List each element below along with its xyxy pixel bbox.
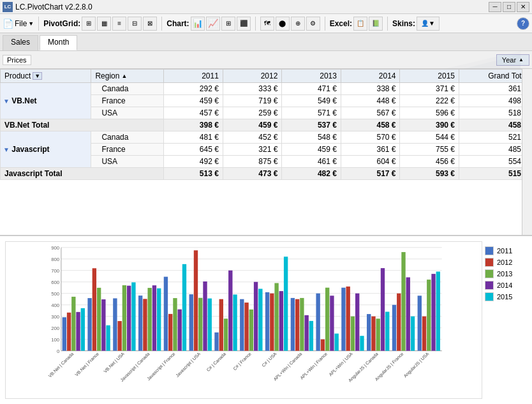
rows-btn[interactable]: ≡ bbox=[112, 17, 126, 31]
table-btn[interactable]: ⊞ bbox=[82, 17, 96, 31]
toolbar: 📄 File ▼ PivotGrid: ⊞ ▦ ≡ ⊟ ⊠ Chart: 📊 📈… bbox=[0, 14, 532, 33]
grand-total-header[interactable]: Grand Total bbox=[459, 70, 532, 83]
svg-text:500: 500 bbox=[51, 291, 60, 297]
svg-rect-110 bbox=[427, 280, 431, 351]
svg-rect-33 bbox=[101, 299, 105, 351]
connect-btn[interactable]: ⊕ bbox=[291, 17, 305, 31]
tab-sales[interactable]: Sales bbox=[3, 35, 38, 50]
svg-rect-100 bbox=[385, 311, 389, 350]
chart-grid-btn[interactable]: ⊞ bbox=[221, 17, 235, 31]
total-value-cell: 482 € bbox=[282, 168, 341, 180]
vertical-scrollbar[interactable] bbox=[522, 69, 532, 236]
value-cell: 371 € bbox=[400, 83, 459, 95]
svg-rect-96 bbox=[367, 314, 371, 351]
tab-month[interactable]: Month bbox=[40, 35, 77, 50]
region-sort-icon: ▲ bbox=[121, 73, 127, 79]
year-2015-header[interactable]: 2015 bbox=[400, 70, 459, 83]
circle-btn[interactable]: ⬤ bbox=[276, 17, 290, 31]
svg-rect-85 bbox=[321, 340, 325, 351]
value-cell: 485 € bbox=[459, 144, 532, 156]
file-icon: 📄 bbox=[3, 19, 13, 29]
svg-rect-104 bbox=[401, 252, 405, 351]
value-cell: 333 € bbox=[223, 83, 282, 95]
skins-dropdown[interactable]: 👤▼ bbox=[417, 17, 440, 31]
total-label-cell: VB.Net Total bbox=[1, 119, 164, 131]
value-cell: 481 € bbox=[164, 131, 223, 144]
region-header[interactable]: Region ▲ bbox=[91, 70, 164, 83]
sep4 bbox=[325, 17, 325, 31]
svg-rect-68 bbox=[249, 310, 253, 351]
svg-text:C# | USA: C# | USA bbox=[261, 351, 277, 368]
main-area: Prices Year ▲ Product ▼ bbox=[0, 51, 532, 404]
svg-text:600: 600 bbox=[51, 280, 60, 285]
value-cell: 452 € bbox=[223, 131, 282, 144]
cells-btn[interactable]: ⊟ bbox=[128, 17, 142, 31]
svg-rect-72 bbox=[265, 292, 269, 351]
year-2014-header[interactable]: 2014 bbox=[341, 70, 400, 83]
product-filter-btn[interactable]: ▼ bbox=[33, 72, 42, 80]
svg-rect-43 bbox=[143, 299, 147, 350]
svg-rect-93 bbox=[355, 294, 359, 351]
sep3 bbox=[255, 17, 256, 31]
svg-rect-39 bbox=[127, 286, 131, 351]
app-title: LC.PivotChart v2.2.8.0 bbox=[15, 3, 489, 11]
columns-btn[interactable]: ▦ bbox=[97, 17, 111, 31]
region-cell: Canada bbox=[91, 131, 164, 144]
chart-bar-btn[interactable]: 📈 bbox=[206, 17, 220, 31]
svg-rect-94 bbox=[360, 336, 364, 350]
year-2013-header[interactable]: 2013 bbox=[282, 70, 341, 83]
file-dropdown-arrow[interactable]: ▼ bbox=[28, 20, 34, 27]
value-cell: 875 € bbox=[223, 156, 282, 168]
help-button[interactable]: ? bbox=[517, 17, 529, 30]
svg-rect-70 bbox=[258, 289, 262, 351]
svg-rect-28 bbox=[81, 308, 85, 351]
value-cell: 755 € bbox=[400, 144, 459, 156]
value-cell: 459 € bbox=[164, 95, 223, 107]
value-cell: 457 € bbox=[164, 107, 223, 119]
year-2011-header[interactable]: 2011 bbox=[164, 70, 223, 83]
maximize-button[interactable]: □ bbox=[503, 2, 515, 12]
excel-file-btn[interactable]: 📗 bbox=[369, 17, 383, 31]
settings-btn[interactable]: ⚙ bbox=[306, 17, 320, 31]
product-header[interactable]: Product ▼ bbox=[1, 70, 91, 83]
format-btn[interactable]: ⊠ bbox=[143, 17, 157, 31]
excel-export-btn[interactable]: 📋 bbox=[353, 17, 367, 31]
map-btn[interactable]: 🗺 bbox=[260, 17, 274, 31]
value-cell: 448 € bbox=[341, 95, 400, 107]
svg-rect-58 bbox=[208, 299, 212, 351]
chart-type-btn[interactable]: 📊 bbox=[191, 17, 205, 31]
sep5 bbox=[387, 17, 388, 31]
total-value-cell: 513 € bbox=[164, 168, 223, 180]
skins-group: Skins: 👤▼ bbox=[392, 17, 440, 31]
pivotgrid-group: PivotGrid: ⊞ ▦ ≡ ⊟ ⊠ bbox=[43, 17, 157, 31]
file-label[interactable]: File bbox=[15, 19, 27, 28]
svg-rect-61 bbox=[219, 299, 223, 351]
value-cell: 604 € bbox=[341, 156, 400, 168]
prices-filter[interactable]: Prices bbox=[3, 55, 31, 65]
value-cell: 361 € bbox=[459, 83, 532, 95]
svg-rect-97 bbox=[371, 317, 375, 351]
svg-rect-79 bbox=[295, 299, 299, 351]
pivot-table: Product ▼ Region ▲ 2011 2012 201 bbox=[0, 69, 532, 180]
value-cell: 596 € bbox=[400, 107, 459, 119]
table-row: ▼ VB.NetCanada292 €333 €471 €338 €371 €3… bbox=[1, 83, 532, 95]
value-cell: 338 € bbox=[341, 83, 400, 95]
minimize-button[interactable]: ─ bbox=[489, 2, 501, 12]
value-cell: 645 € bbox=[164, 144, 223, 156]
svg-rect-63 bbox=[228, 271, 232, 351]
chart-area-btn[interactable]: ⬛ bbox=[237, 17, 251, 31]
year-2012-header[interactable]: 2012 bbox=[223, 70, 282, 83]
close-button[interactable]: ✕ bbox=[517, 2, 529, 12]
svg-rect-90 bbox=[341, 288, 345, 351]
svg-rect-27 bbox=[76, 312, 80, 351]
svg-text:VB.Net | France: VB.Net | France bbox=[74, 352, 100, 378]
svg-rect-46 bbox=[157, 288, 161, 351]
pivot-table-wrapper[interactable]: Product ▼ Region ▲ 2011 2012 201 bbox=[0, 69, 532, 236]
tabs-bar: Sales Month bbox=[0, 33, 532, 51]
total-value-cell: 517 € bbox=[341, 168, 400, 180]
svg-rect-48 bbox=[164, 277, 168, 351]
svg-rect-34 bbox=[106, 325, 110, 351]
legend-color-2015 bbox=[485, 292, 494, 301]
svg-rect-75 bbox=[279, 291, 283, 351]
svg-rect-54 bbox=[189, 294, 193, 350]
